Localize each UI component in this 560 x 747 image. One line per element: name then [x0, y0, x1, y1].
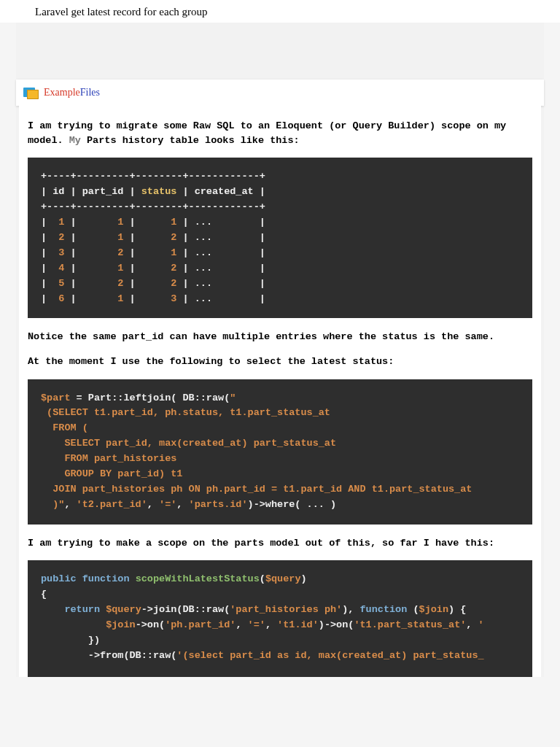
table-code-block: +----+---------+--------+------------+ |…: [28, 158, 532, 318]
paragraph-scope: I am trying to make a scope on the parts…: [28, 536, 532, 551]
paragraph-moment: At the moment I use the following to sel…: [28, 355, 532, 369]
article-body: I am trying to migrate some Raw SQL to a…: [19, 106, 541, 677]
code-scroll-container[interactable]: $part = Part::leftjoin( DB::raw(" (SELEC…: [28, 379, 532, 525]
brand-bar: ExampleFiles: [16, 80, 544, 106]
document-sheet: ExampleFiles I am trying to migrate some…: [16, 23, 544, 677]
brand-text: ExampleFiles: [44, 87, 100, 98]
php-code-block: public function scopeWithLatestStatus($q…: [28, 560, 532, 677]
sql-code-block: $part = Part::leftjoin( DB::raw(" (SELEC…: [28, 379, 532, 525]
ad-placeholder: [16, 23, 544, 80]
folder-icon: [23, 85, 39, 100]
intro-paragraph: I am trying to migrate some Raw SQL to a…: [28, 119, 532, 147]
page-title: Laravel get latest record for each group: [0, 0, 560, 23]
paragraph-notice: Notice the same part_id can have multipl…: [28, 330, 532, 344]
